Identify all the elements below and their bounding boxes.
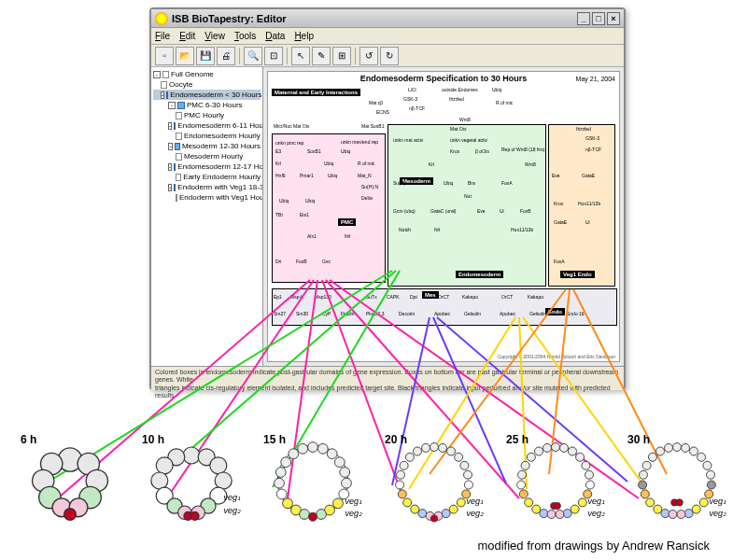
menubar: FFileile Edit View Tools Data Help (151, 28, 624, 45)
model-tree[interactable]: -Full Genome Oocyte -Endomesoderm < 30 H… (151, 67, 263, 366)
svg-point-70 (400, 461, 408, 469)
svg-point-27 (64, 509, 77, 521)
svg-point-57 (333, 498, 344, 509)
titlebar[interactable]: ISB BioTapestry: Editor _ □ × (151, 9, 624, 28)
svg-point-49 (334, 457, 345, 468)
embryo-row: 6 h 10 h (9, 420, 738, 523)
select-button[interactable]: ↖ (291, 47, 310, 65)
tree-item[interactable]: Mesoderm Hourly (184, 152, 243, 161)
menu-help[interactable]: Help (294, 31, 314, 41)
minimize-button[interactable]: _ (577, 12, 590, 25)
new-button[interactable]: ▫ (155, 47, 174, 65)
diagram-title: Endomesoderm Specification to 30 Hours (268, 72, 619, 85)
svg-point-47 (327, 449, 337, 459)
tree-item[interactable]: Endomesoderm 6-11 Hours (177, 121, 263, 130)
tool-c-button[interactable]: ↺ (359, 47, 378, 65)
svg-point-121 (640, 470, 648, 479)
svg-point-54 (276, 489, 287, 499)
menu-file[interactable]: FFileile (155, 31, 170, 41)
svg-point-132 (684, 510, 693, 518)
svg-point-63 (430, 443, 439, 452)
app-window: ISB BioTapestry: Editor _ □ × FFileile E… (149, 7, 626, 390)
print-button[interactable]: 🖨 (217, 47, 235, 65)
svg-point-90 (535, 447, 543, 455)
svg-point-95 (582, 461, 590, 469)
svg-point-76 (398, 490, 406, 498)
svg-point-48 (281, 457, 291, 468)
svg-point-74 (396, 481, 404, 489)
endo2-label: Endo (545, 308, 565, 315)
svg-point-98 (517, 481, 526, 489)
menu-tools[interactable]: Tools (234, 31, 256, 41)
svg-point-45 (317, 443, 328, 454)
menu-data[interactable]: Data (265, 31, 285, 41)
svg-point-131 (661, 510, 669, 518)
svg-point-106 (540, 510, 548, 518)
endomesoderm-label: Endomesoderm (456, 271, 503, 278)
svg-point-94 (521, 461, 529, 469)
tool-b-button[interactable]: ⊞ (332, 47, 351, 65)
svg-point-53 (342, 478, 352, 488)
svg-point-64 (422, 443, 430, 452)
fit-button[interactable]: ⊡ (264, 47, 283, 65)
svg-point-102 (525, 498, 533, 507)
embryo-25h: 25 h veg₁ veg₂ (514, 439, 598, 523)
svg-point-51 (340, 468, 350, 478)
tree-item[interactable]: PMC Hourly (184, 111, 224, 119)
svg-point-96 (518, 470, 527, 479)
svg-point-66 (414, 447, 422, 455)
svg-point-133 (669, 511, 677, 519)
tree-item[interactable]: Mesoderm 12-30 Hours (182, 142, 261, 150)
svg-point-130 (692, 505, 700, 513)
svg-point-114 (682, 443, 690, 452)
mes-label: Mes (422, 291, 439, 299)
svg-point-79 (457, 498, 465, 507)
svg-point-105 (571, 505, 579, 513)
toolbar: ▫ 📂 💾 🖨 🔍 ⊡ ↖ ✎ ⊞ ↺ ↻ (151, 45, 624, 67)
tree-item[interactable]: Endoderm with Veg1 18-30 Hours (177, 183, 263, 191)
svg-point-116 (690, 447, 698, 455)
svg-point-128 (699, 498, 708, 507)
tool-d-button[interactable]: ↻ (380, 47, 399, 65)
tree-item[interactable]: Endomesoderm Hourly (184, 132, 261, 140)
svg-point-97 (585, 470, 594, 479)
diagram-canvas[interactable]: Endomesoderm Specification to 30 Hours M… (263, 67, 624, 366)
maternal-label: Maternal and Early Interactions (272, 89, 360, 96)
menu-edit[interactable]: Edit (179, 31, 195, 41)
svg-point-103 (578, 498, 586, 507)
svg-point-136 (676, 499, 683, 506)
tree-item[interactable]: Early Endoderm Hourly (183, 173, 261, 181)
tool-a-button[interactable]: ✎ (312, 47, 331, 65)
tree-item[interactable]: Endomesoderm 12-17 Hours (177, 162, 263, 171)
svg-point-56 (283, 498, 293, 509)
svg-point-104 (532, 505, 541, 513)
footer-text: Colored boxes in endomesoderm indicate p… (151, 366, 624, 390)
svg-point-61 (317, 510, 327, 520)
svg-point-60 (300, 510, 310, 520)
svg-point-72 (397, 470, 405, 479)
close-button[interactable]: × (607, 12, 620, 25)
svg-point-87 (552, 443, 560, 452)
menu-view[interactable]: View (204, 31, 225, 41)
maximize-button[interactable]: □ (592, 12, 605, 25)
tree-item[interactable]: Oocyte (169, 80, 192, 89)
window-title: ISB BioTapestry: Editor (172, 13, 287, 24)
svg-point-109 (556, 511, 564, 519)
tree-item[interactable]: Endomesoderm < 30 Hours (170, 91, 261, 99)
embryo-6h: 6 h (28, 439, 112, 523)
open-button[interactable]: 📂 (176, 47, 194, 65)
tree-root[interactable]: Full Genome (171, 70, 214, 78)
svg-point-118 (698, 453, 706, 461)
svg-point-31 (156, 457, 173, 474)
save-button[interactable]: 💾 (196, 47, 215, 65)
zoom-button[interactable]: 🔍 (244, 47, 262, 65)
tree-item[interactable]: PMC 6-30 Hours (187, 101, 243, 109)
svg-point-111 (554, 502, 560, 509)
svg-point-120 (703, 461, 712, 469)
app-icon (155, 12, 168, 25)
svg-point-34 (215, 472, 232, 489)
tree-item[interactable]: Endoderm with Veg1 Hourly (179, 193, 263, 202)
attribution: modified from drawings by Andrew Ransick (477, 539, 710, 553)
svg-point-75 (464, 481, 472, 489)
svg-point-71 (460, 461, 469, 469)
